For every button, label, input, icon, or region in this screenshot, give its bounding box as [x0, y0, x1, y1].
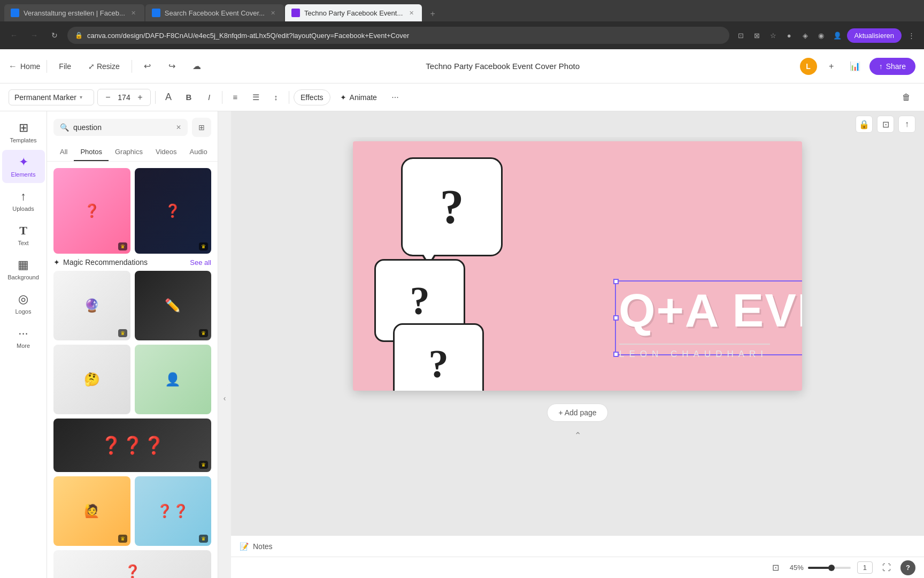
align-button[interactable]: ≡: [227, 89, 244, 106]
file-button[interactable]: File: [53, 59, 76, 74]
help-button[interactable]: ?: [900, 560, 915, 575]
aktualisieren-button[interactable]: Aktualisieren: [847, 28, 902, 43]
search-panel: 🔍 ✕ ⊞ All Photos Graphics Videos Audio: [47, 111, 218, 578]
handle-bottom-left[interactable]: [613, 352, 619, 357]
premium-badge-4: ♛: [199, 329, 208, 337]
more-options-button[interactable]: ···: [387, 89, 404, 106]
sidebar-item-uploads[interactable]: ↑ Uploads: [2, 184, 45, 217]
qa-event-text[interactable]: Q+A EVENT: [619, 283, 802, 338]
filter-button[interactable]: ⊞: [192, 118, 211, 137]
search-result-9[interactable]: ❓❓ ♛: [135, 476, 212, 546]
see-all-link[interactable]: See all: [190, 258, 211, 267]
search-result-8[interactable]: 🙋 ♛: [53, 476, 130, 546]
page-number: 1: [857, 561, 873, 574]
tab-photos[interactable]: Photos: [74, 143, 108, 161]
redo-button[interactable]: ↪: [163, 57, 181, 75]
home-button[interactable]: ← Home: [9, 62, 40, 71]
extension-2-icon[interactable]: ◈: [799, 29, 812, 42]
handle-top-left[interactable]: [613, 279, 619, 284]
search-result-5[interactable]: 🤔: [53, 345, 130, 414]
search-result-2[interactable]: ❓ ♛: [135, 168, 212, 254]
new-tab-button[interactable]: +: [425, 6, 440, 21]
toolbar-divider-2: [132, 60, 132, 73]
search-result-6[interactable]: 👤: [135, 345, 212, 414]
lock-icon: 🔒: [75, 32, 83, 39]
delete-button[interactable]: 🗑: [897, 88, 915, 107]
text-color-button[interactable]: A: [160, 89, 177, 106]
chevron-left-icon: ‹: [224, 394, 226, 402]
add-page-button[interactable]: + Add page: [547, 404, 607, 422]
share-button[interactable]: ↑ Share: [869, 58, 915, 75]
tab-2[interactable]: Search Facebook Event Cover... ✕: [145, 4, 284, 21]
tab-videos[interactable]: Videos: [149, 143, 183, 161]
search-result-4[interactable]: ✏️ ♛: [135, 271, 212, 340]
zoom-slider[interactable]: [808, 567, 851, 569]
frame-button[interactable]: ⊡: [877, 116, 894, 133]
tab-3[interactable]: Techno Party Facebook Event... ✕: [285, 4, 422, 21]
animate-button[interactable]: ✦ Animate: [334, 90, 383, 105]
tab-graphics[interactable]: Graphics: [109, 143, 149, 161]
search-result-3[interactable]: 🔮 ♛: [53, 271, 130, 340]
analytics-button[interactable]: 📊: [846, 57, 864, 75]
undo-button[interactable]: ↩: [138, 57, 157, 75]
clear-search-button[interactable]: ✕: [176, 124, 181, 131]
speech-bubble-small[interactable]: ?: [393, 323, 484, 391]
share-label: Share: [886, 62, 906, 71]
sidebar-item-text[interactable]: T Text: [2, 218, 45, 252]
list-button[interactable]: ☰: [247, 89, 264, 106]
fullscreen-button[interactable]: ⛶: [879, 560, 894, 575]
menu-icon[interactable]: ⋮: [905, 29, 918, 42]
cast-icon[interactable]: ⊠: [751, 29, 764, 42]
font-selector[interactable]: Permanent Marker ▾: [9, 89, 94, 105]
tab-close-3[interactable]: ✕: [407, 9, 415, 17]
forward-button[interactable]: →: [27, 28, 42, 43]
share-canvas-button[interactable]: ↑: [898, 116, 915, 133]
profile-icon[interactable]: 👤: [831, 29, 844, 42]
notes-label[interactable]: Notes: [253, 542, 273, 551]
fit-button[interactable]: ⊡: [768, 560, 783, 575]
tab-1[interactable]: Veranstaltung erstellen | Faceb... ✕: [4, 4, 144, 21]
speech-bubble-large[interactable]: ?: [401, 157, 503, 256]
user-avatar[interactable]: L: [800, 58, 817, 75]
sidebar-item-more[interactable]: ··· More: [2, 321, 45, 354]
tab-close-2[interactable]: ✕: [269, 9, 278, 17]
save-button[interactable]: ☁: [188, 57, 206, 75]
search-result-7[interactable]: ❓❓❓ ♛: [53, 419, 211, 472]
canvas[interactable]: ? ? ?: [353, 141, 802, 391]
sidebar-item-background[interactable]: ▦ Background: [2, 253, 45, 286]
bold-button[interactable]: B: [180, 89, 197, 106]
handle-middle-left[interactable]: [613, 315, 619, 321]
url-bar[interactable]: 🔒 canva.com/design/DAFD-F8CnAU/e4ec5j_K8…: [67, 27, 729, 44]
sidebar-item-elements[interactable]: ✦ Elements: [2, 150, 45, 183]
notes-bar: 📝 Notes: [231, 535, 924, 557]
left-sidebar: ⊞ Templates ✦ Elements ↑ Uploads T Text …: [0, 111, 47, 578]
italic-button[interactable]: I: [201, 89, 218, 106]
sidebar-item-logos[interactable]: ◎ Logos: [2, 287, 45, 320]
tab-all[interactable]: All: [53, 143, 74, 161]
search-result-10[interactable]: ❓: [53, 550, 211, 578]
increase-size-button[interactable]: +: [134, 92, 146, 103]
decrease-size-button[interactable]: −: [102, 92, 114, 103]
zoom-thumb[interactable]: [828, 565, 835, 571]
reload-button[interactable]: ↻: [47, 28, 62, 43]
tab-close-1[interactable]: ✕: [129, 9, 138, 17]
extension-3-icon[interactable]: ◉: [815, 29, 828, 42]
add-user-button[interactable]: +: [822, 57, 841, 75]
animate-icon: ✦: [340, 93, 346, 102]
tab-audio[interactable]: Audio: [183, 143, 213, 161]
subtitle-text[interactable]: LEON CHAUDHARI: [619, 349, 768, 360]
effects-button[interactable]: Effects: [294, 89, 330, 105]
search-input[interactable]: [73, 123, 172, 132]
extension-1-icon[interactable]: ●: [783, 29, 796, 42]
back-button[interactable]: ←: [6, 28, 21, 43]
search-result-1[interactable]: ❓ ♛: [53, 168, 130, 254]
hide-panel-button[interactable]: ‹: [218, 385, 231, 411]
spacing-button[interactable]: ↕: [267, 89, 284, 106]
resize-button[interactable]: ⤢ Resize: [83, 59, 125, 74]
sidebar-item-templates[interactable]: ⊞ Templates: [2, 116, 45, 149]
star-icon[interactable]: ☆: [767, 29, 780, 42]
collapse-bar[interactable]: ⌃: [353, 428, 802, 443]
screenshot-icon[interactable]: ⊡: [735, 29, 748, 42]
search-icon: 🔍: [60, 123, 69, 132]
lock-canvas-button[interactable]: 🔒: [856, 116, 873, 133]
